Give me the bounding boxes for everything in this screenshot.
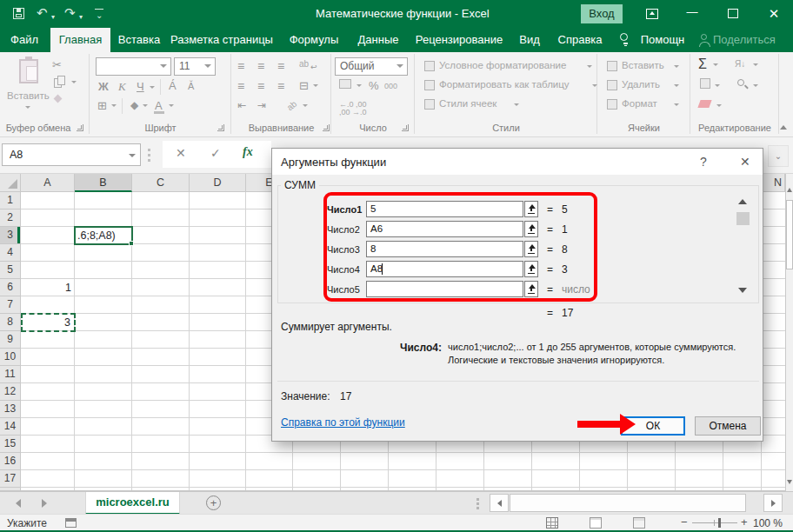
- row-header-3[interactable]: 3: [0, 227, 21, 244]
- decrease-indent-icon[interactable]: ⇤: [237, 99, 246, 111]
- minimize-button[interactable]: —: [685, 5, 699, 21]
- copy-dropdown-icon[interactable]: [71, 81, 77, 83]
- fill-color-icon[interactable]: ◆: [130, 99, 138, 111]
- styles-dropdown-icon[interactable]: [592, 84, 597, 87]
- decrease-decimal-icon[interactable]: ,00 →.0: [339, 108, 367, 116]
- underline-dropdown-icon[interactable]: [150, 86, 155, 89]
- autosum-dropdown-icon[interactable]: [713, 63, 718, 66]
- increase-indent-icon[interactable]: ⇥: [257, 99, 266, 111]
- wrap-text-icon[interactable]: ab: [299, 59, 309, 69]
- find-icon-circle[interactable]: [737, 79, 744, 86]
- hscroll-right-button[interactable]: [763, 494, 783, 512]
- row-header-13[interactable]: 13: [0, 401, 21, 418]
- cells-item-1[interactable]: Вставить: [622, 60, 664, 70]
- column-header-A[interactable]: A: [21, 174, 75, 192]
- cancel-entry-icon[interactable]: ✕: [176, 146, 186, 160]
- currency-dropdown-icon[interactable]: [357, 84, 362, 87]
- tab-справка[interactable]: Справка: [553, 28, 607, 52]
- dialog-launcher-icon[interactable]: [323, 124, 330, 131]
- view-layout-icon[interactable]: [590, 517, 602, 529]
- dialog-close-icon[interactable]: ✕: [740, 155, 750, 169]
- italic-button[interactable]: К: [118, 80, 126, 94]
- paste-dropdown-icon[interactable]: [25, 106, 30, 109]
- tab-файл[interactable]: Файл: [7, 28, 42, 52]
- orientation-icon[interactable]: ab: [285, 99, 299, 113]
- tab-помощн[interactable]: Помощн: [636, 28, 689, 52]
- undo-icon[interactable]: ↶: [37, 7, 48, 19]
- zoom-out-icon[interactable]: −: [681, 515, 688, 529]
- cells-item-3[interactable]: Формат: [622, 98, 657, 109]
- font-color-icon[interactable]: А: [155, 99, 163, 112]
- styles-item-2[interactable]: Форматировать как таблицу: [439, 79, 570, 90]
- paste-button[interactable]: Вставить: [7, 90, 50, 101]
- merge-dropdown-icon[interactable]: [313, 84, 318, 87]
- fill-down-icon[interactable]: [700, 78, 710, 89]
- dialog-launcher-icon[interactable]: [77, 124, 83, 131]
- row-header-9[interactable]: 9: [0, 331, 21, 349]
- view-normal-icon[interactable]: [546, 517, 558, 529]
- row-header-17[interactable]: 17: [0, 470, 21, 488]
- format-painter-icon[interactable]: [54, 95, 63, 103]
- percent-icon[interactable]: %: [369, 79, 379, 92]
- dialog-scroll-thumb[interactable]: [736, 212, 750, 225]
- font-color-dropdown-icon[interactable]: [169, 104, 174, 107]
- row-header-8[interactable]: 8: [0, 314, 21, 331]
- zoom-handle[interactable]: [718, 518, 721, 528]
- clear-eraser-icon[interactable]: [697, 100, 711, 108]
- align-top-icon[interactable]: ≡: [277, 59, 284, 73]
- find-dropdown-icon[interactable]: [753, 84, 758, 87]
- dialog-scrollbar[interactable]: [736, 199, 750, 296]
- row-header-7[interactable]: 7: [0, 296, 21, 314]
- row-header-16[interactable]: 16: [0, 453, 21, 470]
- column-header-B[interactable]: B: [75, 174, 132, 192]
- underline-button[interactable]: Ч: [137, 80, 144, 93]
- row-header-5[interactable]: 5: [0, 262, 21, 279]
- clear-dropdown-icon[interactable]: [716, 104, 722, 107]
- redo-dropdown-icon[interactable]: ▾: [79, 11, 83, 23]
- cut-icon[interactable]: ✂: [52, 58, 62, 71]
- hscroll-left-button[interactable]: [490, 494, 509, 512]
- row-header-14[interactable]: 14: [0, 418, 21, 436]
- macro-record-icon[interactable]: [65, 518, 77, 528]
- undo-dropdown-icon[interactable]: ▾: [51, 11, 55, 23]
- increase-font-icon[interactable]: А́: [169, 79, 177, 92]
- font-size-select[interactable]: 11: [174, 57, 216, 76]
- tab-вид[interactable]: Вид: [513, 28, 546, 52]
- confirm-entry-icon[interactable]: ✓: [210, 146, 221, 160]
- select-all-corner[interactable]: [0, 174, 21, 192]
- help-link[interactable]: Справка по этой функции: [281, 416, 405, 429]
- styles-item-3[interactable]: Стили ячеек: [439, 98, 496, 109]
- autosum-icon[interactable]: Σ: [698, 57, 707, 72]
- name-box-arrow-icon[interactable]: [129, 154, 136, 157]
- tab-разметка страницы[interactable]: Разметка страницы: [170, 28, 273, 52]
- row-header-11[interactable]: 11: [0, 366, 21, 383]
- add-sheet-button[interactable]: +: [206, 495, 221, 510]
- decrease-font-icon[interactable]: А̌: [188, 81, 194, 91]
- cells-dropdown-icon[interactable]: [674, 65, 679, 68]
- sheet-tab-microexcel[interactable]: microexcel.ru: [85, 492, 180, 515]
- currency-icon[interactable]: [339, 79, 351, 89]
- sort-dropdown-icon[interactable]: [753, 63, 758, 66]
- cells-item-2[interactable]: Удалить: [622, 79, 660, 90]
- row-header-2[interactable]: 2: [0, 209, 21, 227]
- formula-bar-expand-icon[interactable]: ⌄: [768, 145, 789, 167]
- fill-handle[interactable]: [129, 241, 134, 246]
- customize-qat-icon[interactable]: ⌄: [96, 10, 103, 22]
- border-icon[interactable]: ⊞: [97, 99, 107, 112]
- bold-button[interactable]: Ж: [98, 80, 109, 93]
- hscroll-thumb[interactable]: [510, 494, 746, 512]
- collapse-ribbon-icon[interactable]: [780, 125, 787, 130]
- maximize-button[interactable]: [728, 9, 738, 18]
- number-format-select[interactable]: Общий: [335, 57, 408, 76]
- cells-dropdown-icon[interactable]: [674, 84, 679, 87]
- dialog-launcher-icon[interactable]: [402, 124, 409, 131]
- border-dropdown-icon[interactable]: [111, 104, 117, 107]
- close-button[interactable]: ✕: [767, 6, 781, 22]
- tab-вставка[interactable]: Вставка: [113, 28, 165, 52]
- align-left-icon[interactable]: ≡: [277, 79, 284, 93]
- styles-dropdown-icon[interactable]: [587, 65, 592, 68]
- styles-dropdown-icon[interactable]: [514, 103, 519, 106]
- font-name-arrow-icon[interactable]: [160, 64, 167, 68]
- zoom-in-icon[interactable]: +: [741, 515, 748, 529]
- align-left-icon[interactable]: ≡: [257, 79, 264, 93]
